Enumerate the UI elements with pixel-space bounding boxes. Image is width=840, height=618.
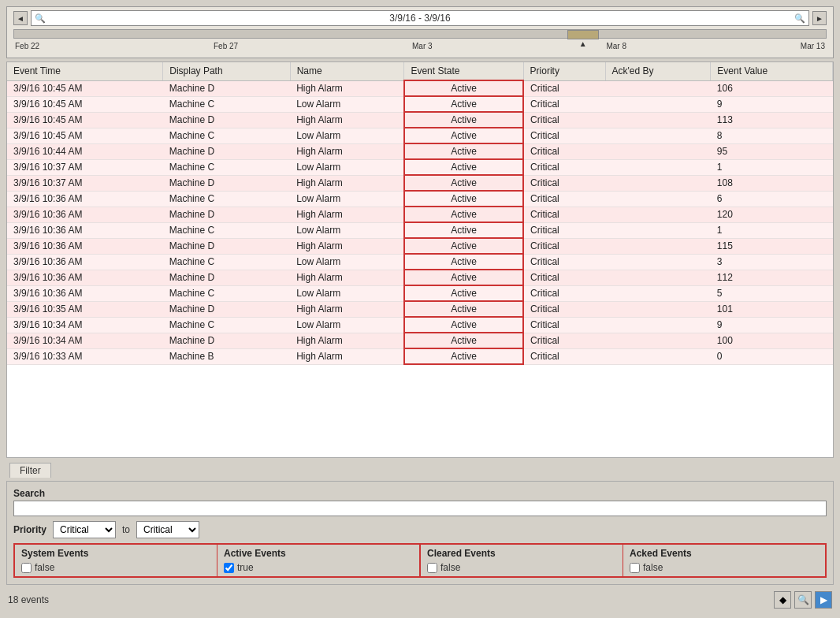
table-row[interactable]: 3/9/16 10:45 AMMachine CLow AlarmActiveC… xyxy=(7,128,833,143)
search-input[interactable] xyxy=(13,501,827,516)
cell-value: 0 xyxy=(711,348,833,364)
search-icon-button[interactable]: 🔍 xyxy=(794,591,812,609)
cell-display_path: Machine D xyxy=(163,238,290,254)
cell-display_path: Machine C xyxy=(163,128,290,143)
cell-state: Active xyxy=(404,317,523,333)
cell-name: High Alarm xyxy=(290,333,404,348)
cell-name: High Alarm xyxy=(290,80,404,96)
system-events-group: System Events false xyxy=(15,545,217,576)
cell-state: Active xyxy=(404,254,523,270)
system-events-checkbox[interactable] xyxy=(21,563,32,573)
cell-value: 95 xyxy=(711,143,833,159)
priority-from-select[interactable]: CriticalHighMediumLow xyxy=(53,521,116,538)
col-event-time: Event Time xyxy=(7,62,163,80)
table-row[interactable]: 3/9/16 10:36 AMMachine CLow AlarmActiveC… xyxy=(7,285,833,301)
cell-display_path: Machine D xyxy=(163,143,290,159)
table-row[interactable]: 3/9/16 10:36 AMMachine CLow AlarmActiveC… xyxy=(7,191,833,207)
table-row[interactable]: 3/9/16 10:44 AMMachine DHigh AlarmActive… xyxy=(7,143,833,159)
cell-state: Active xyxy=(404,333,523,348)
cell-time: 3/9/16 10:35 AM xyxy=(7,301,163,317)
table-row[interactable]: 3/9/16 10:37 AMMachine CLow AlarmActiveC… xyxy=(7,159,833,175)
cell-state: Active xyxy=(404,301,523,317)
cell-time: 3/9/16 10:36 AM xyxy=(7,270,163,285)
acked-events-checkbox[interactable] xyxy=(630,563,640,573)
cell-name: High Alarm xyxy=(290,301,404,317)
timeline-nav-right[interactable]: ► xyxy=(812,11,827,25)
col-event-state: Event State xyxy=(404,62,523,80)
cell-display_path: Machine C xyxy=(163,96,290,112)
active-events-label: true xyxy=(237,562,254,573)
cell-state: Active xyxy=(404,348,523,364)
cell-priority: Critical xyxy=(523,333,605,348)
col-display-path: Display Path xyxy=(163,62,290,80)
timeline-label-feb27: Feb 27 xyxy=(214,42,238,50)
diamond-icon-button[interactable]: ◆ xyxy=(774,591,791,609)
cleared-events-group: Cleared Events false xyxy=(421,545,623,576)
col-name: Name xyxy=(290,62,404,80)
table-row[interactable]: 3/9/16 10:37 AMMachine DHigh AlarmActive… xyxy=(7,175,833,191)
cell-state: Active xyxy=(404,270,523,285)
cell-acked_by xyxy=(605,333,711,348)
cell-value: 1 xyxy=(711,222,833,238)
filter-tab[interactable]: Filter xyxy=(9,463,51,478)
table-row[interactable]: 3/9/16 10:36 AMMachine DHigh AlarmActive… xyxy=(7,270,833,285)
footer-section: 18 events ◆ 🔍 ▶ xyxy=(6,588,834,612)
table-row[interactable]: 3/9/16 10:36 AMMachine CLow AlarmActiveC… xyxy=(7,254,833,270)
active-events-checkbox[interactable] xyxy=(224,563,234,573)
timeline-date-range: 3/9/16 - 3/9/16 xyxy=(49,13,791,24)
filter-section: Search Priority CriticalHighMediumLow to… xyxy=(6,481,834,585)
cell-state: Active xyxy=(404,238,523,254)
table-row[interactable]: 3/9/16 10:45 AMMachine DHigh AlarmActive… xyxy=(7,112,833,128)
cell-time: 3/9/16 10:36 AM xyxy=(7,285,163,301)
cell-state: Active xyxy=(404,80,523,96)
cleared-events-checkbox[interactable] xyxy=(427,563,437,573)
play-icon-button[interactable]: ▶ xyxy=(815,591,832,609)
table-row[interactable]: 3/9/16 10:34 AMMachine CLow AlarmActiveC… xyxy=(7,317,833,333)
cleared-events-label: false xyxy=(440,562,460,573)
cell-state: Active xyxy=(404,143,523,159)
search-row: Search xyxy=(13,488,827,516)
cell-state: Active xyxy=(404,191,523,207)
table-row[interactable]: 3/9/16 10:45 AMMachine DHigh AlarmActive… xyxy=(7,80,833,96)
table-row[interactable]: 3/9/16 10:33 AMMachine BHigh AlarmActive… xyxy=(7,348,833,364)
cell-display_path: Machine B xyxy=(163,348,290,364)
active-events-group: Active Events true xyxy=(217,545,421,576)
table-row[interactable]: 3/9/16 10:45 AMMachine CLow AlarmActiveC… xyxy=(7,96,833,112)
cell-state: Active xyxy=(404,207,523,222)
cell-acked_by xyxy=(605,128,711,143)
cell-acked_by xyxy=(605,207,711,222)
cell-priority: Critical xyxy=(523,96,605,112)
cell-acked_by xyxy=(605,191,711,207)
cell-display_path: Machine C xyxy=(163,254,290,270)
cell-value: 6 xyxy=(711,191,833,207)
cell-name: High Alarm xyxy=(290,270,404,285)
col-priority: Priority xyxy=(523,62,605,80)
timeline-arrow: ▲ xyxy=(579,39,587,48)
timeline-nav-left[interactable]: ◄ xyxy=(13,11,28,25)
cell-priority: Critical xyxy=(523,80,605,96)
table-row[interactable]: 3/9/16 10:36 AMMachine DHigh AlarmActive… xyxy=(7,207,833,222)
events-table: Event Time Display Path Name Event State… xyxy=(7,62,833,365)
cell-state: Active xyxy=(404,159,523,175)
cell-display_path: Machine D xyxy=(163,301,290,317)
table-row[interactable]: 3/9/16 10:36 AMMachine CLow AlarmActiveC… xyxy=(7,222,833,238)
table-scroll-container[interactable]: Event Time Display Path Name Event State… xyxy=(7,62,833,457)
cell-acked_by xyxy=(605,270,711,285)
timeline-track[interactable]: ▲ xyxy=(13,29,827,39)
table-row[interactable]: 3/9/16 10:36 AMMachine DHigh AlarmActive… xyxy=(7,238,833,254)
cell-time: 3/9/16 10:45 AM xyxy=(7,80,163,96)
table-row[interactable]: 3/9/16 10:34 AMMachine DHigh AlarmActive… xyxy=(7,333,833,348)
cell-acked_by xyxy=(605,301,711,317)
table-header-row: Event Time Display Path Name Event State… xyxy=(7,62,833,80)
cell-acked_by xyxy=(605,80,711,96)
cell-priority: Critical xyxy=(523,285,605,301)
cell-state: Active xyxy=(404,222,523,238)
timeline-ruler: ▲ Feb 22 Feb 27 Mar 3 Mar 8 Mar 13 xyxy=(13,29,827,54)
timeline-zoom-icon: 🔍 xyxy=(794,13,805,24)
table-row[interactable]: 3/9/16 10:35 AMMachine DHigh AlarmActive… xyxy=(7,301,833,317)
priority-to-select[interactable]: CriticalHighMediumLow xyxy=(136,521,199,538)
cell-priority: Critical xyxy=(523,317,605,333)
timeline-handle[interactable] xyxy=(567,30,599,39)
filter-tab-wrapper: Filter xyxy=(6,461,834,478)
cell-value: 9 xyxy=(711,96,833,112)
